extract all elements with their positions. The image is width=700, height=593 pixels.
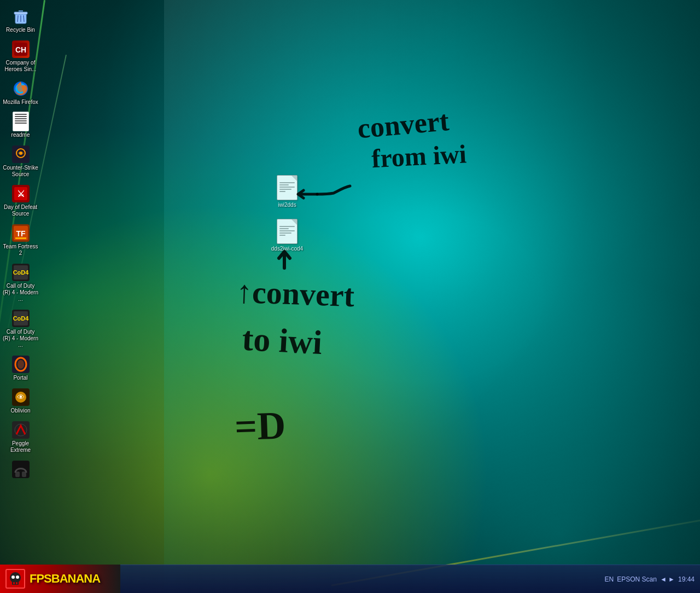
desktop-icon-cod4-1[interactable]: CoD4 Call of Duty (R) 4 - Modern ... — [1, 261, 40, 305]
desktop-icon-portal[interactable]: Portal — [1, 353, 40, 383]
cod4-2-icon: CoD4 — [12, 310, 30, 327]
svg-text:to iwi: to iwi — [241, 320, 323, 362]
coh-icon: CH — [12, 40, 30, 58]
svg-text:↑convert: ↑convert — [236, 274, 355, 314]
cod4-1-label: Call of Duty (R) 4 - Modern ... — [2, 283, 39, 303]
desktop-icon-readme[interactable]: readme — [1, 111, 40, 141]
fpsbanana-logo[interactable]: FPSBANANA — [0, 565, 120, 593]
dod-icon: ⚔ — [12, 185, 30, 202]
dod-label: Day of Defeat Source — [2, 204, 39, 217]
svg-text:=D: =D — [234, 403, 287, 449]
svg-text:TF: TF — [16, 229, 26, 238]
svg-point-46 — [16, 575, 19, 579]
recycle-bin-label: Recycle Bin — [6, 27, 35, 33]
headset-icon — [12, 461, 30, 478]
readme-icon — [13, 112, 29, 131]
svg-rect-1 — [14, 12, 27, 14]
desktop-icon-coh[interactable]: CH Company of Heroes Sin... — [1, 38, 40, 75]
desktop: Recycle Bin CH Company of Heroes Sin... — [0, 0, 700, 593]
oblivion-icon: 👁 — [12, 388, 30, 406]
firefox-label: Mozilla Firefox — [3, 99, 38, 106]
peggle-label: Peggle Extreme — [2, 440, 39, 454]
readme-label: readme — [11, 132, 30, 138]
cod4-1-icon: CoD4 — [12, 264, 30, 281]
fpsbanana-text: FPSBANANA — [30, 572, 100, 586]
desktop-icon-headset[interactable] — [1, 458, 40, 482]
css-icon — [12, 146, 30, 163]
desktop-icon-tf2[interactable]: TF Team Fortress 2 — [1, 222, 40, 259]
tf2-label: Team Fortress 2 — [2, 243, 39, 257]
file-page-dds2iwi — [277, 219, 298, 244]
handwritten-annotations: convert from iwi ↑convert to iwi =D — [0, 0, 700, 565]
file-icon-iwi2dds[interactable]: iwi2dds — [268, 175, 306, 208]
svg-text:👁: 👁 — [17, 393, 25, 402]
recycle-bin-icon — [12, 8, 30, 25]
svg-text:CoD4: CoD4 — [13, 315, 29, 322]
svg-rect-20 — [15, 237, 26, 239]
fpsbanana-skull-icon — [5, 569, 25, 589]
svg-line-3 — [18, 15, 18, 22]
iwi2dds-label: iwi2dds — [278, 202, 296, 208]
portal-label: Portal — [13, 375, 27, 381]
dds2iwi-label: dds2iwi-cod4 — [271, 246, 303, 252]
fpsbanana-bar: FPSBANANA — [0, 565, 700, 593]
svg-text:⚔: ⚔ — [17, 189, 25, 199]
portal-icon — [12, 356, 30, 373]
svg-point-45 — [11, 575, 15, 579]
svg-point-29 — [18, 360, 24, 369]
oblivion-label: Oblivion — [10, 408, 30, 414]
desktop-icons-area: Recycle Bin CH Company of Heroes Sin... — [0, 0, 41, 482]
desktop-icon-cod4-2[interactable]: CoD4 Call of Duty (R) 4 - Modern ... — [1, 307, 40, 351]
svg-text:convert: convert — [356, 105, 450, 144]
desktop-icon-firefox[interactable]: Mozilla Firefox — [1, 78, 40, 108]
svg-text:CH: CH — [15, 45, 26, 54]
peggle-icon — [12, 421, 30, 439]
svg-rect-44 — [12, 582, 19, 585]
desktop-icon-peggle[interactable]: Peggle Extreme — [1, 419, 40, 456]
cod4-2-label: Call of Duty (R) 4 - Modern ... — [2, 329, 39, 348]
svg-point-10 — [18, 85, 24, 92]
desktop-icon-oblivion[interactable]: 👁 Oblivion — [1, 386, 40, 416]
desktop-icon-css[interactable]: Counter-Strike Source — [1, 143, 40, 180]
svg-text:CoD4: CoD4 — [13, 269, 29, 276]
vignette — [0, 0, 700, 593]
desktop-icon-recycle-bin[interactable]: Recycle Bin — [1, 5, 40, 36]
desktop-icon-dod[interactable]: ⚔ Day of Defeat Source — [1, 183, 40, 219]
svg-line-5 — [24, 15, 24, 22]
coh-label: Company of Heroes Sin... — [2, 60, 39, 73]
svg-text:from iwi: from iwi — [371, 139, 467, 173]
firefox-icon — [12, 80, 30, 97]
tf2-icon: TF — [12, 224, 30, 242]
svg-rect-47 — [13, 582, 15, 584]
css-label: Counter-Strike Source — [2, 165, 39, 178]
svg-point-13 — [19, 152, 22, 155]
file-icon-dds2iwi[interactable]: dds2iwi-cod4 — [268, 219, 306, 252]
file-page-iwi2dds — [277, 175, 298, 200]
svg-rect-48 — [16, 582, 18, 584]
